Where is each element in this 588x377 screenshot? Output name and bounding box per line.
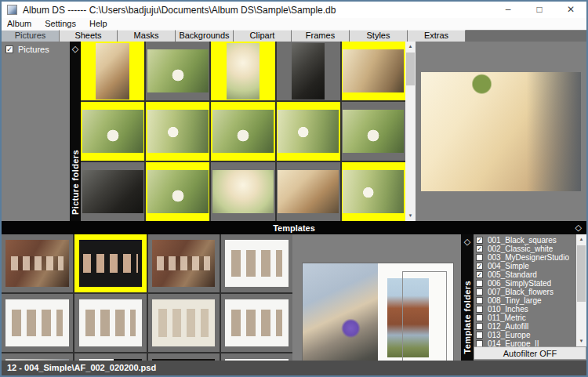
template-folder-checkbox[interactable] (476, 288, 483, 295)
template-folder-row-2[interactable]: ✓002_Classic_white (476, 245, 575, 253)
template-thumb-3[interactable] (148, 234, 220, 292)
picture-thumb-1[interactable] (81, 42, 144, 100)
pictures-folder-row[interactable]: ✓ Pictures (5, 45, 70, 54)
template-folder-label: 005_Standard (488, 270, 537, 279)
picture-thumb-3[interactable] (211, 42, 274, 100)
tab-sheets[interactable]: Sheets (60, 30, 118, 42)
template-folders-list: ✓001_Black_squares✓002_Classic_white003_… (474, 234, 586, 346)
template-thumb-7[interactable] (148, 294, 220, 352)
title-bar: Album DS ------ C:\Users\badjuju\Documen… (2, 2, 586, 18)
template-folder-row-5[interactable]: ✓005_Standard (476, 270, 575, 279)
template-folder-checkbox[interactable] (476, 332, 483, 339)
window-controls: –□✕ (492, 2, 586, 18)
picture-thumb-10[interactable] (342, 102, 405, 161)
template-thumb-8[interactable] (221, 294, 292, 352)
picture-thumb-12[interactable] (146, 162, 209, 221)
picture-thumb-14[interactable] (277, 162, 340, 221)
template-folder-label: 011_Metric (488, 314, 526, 322)
template-thumb-5[interactable] (2, 294, 73, 352)
tab-styles[interactable]: Styles (350, 30, 408, 42)
template-thumb-1[interactable] (2, 234, 73, 292)
template-folder-checkbox[interactable]: ✓ (476, 263, 483, 270)
template-folder-checkbox[interactable] (476, 314, 483, 321)
picture-thumb-2[interactable] (146, 42, 209, 100)
template-folder-row-11[interactable]: 012_Autofill (476, 322, 575, 331)
template-folder-checkbox[interactable]: ✓ (476, 245, 483, 252)
template-folder-row-9[interactable]: 010_Inches (476, 305, 575, 314)
template-folder-checkbox[interactable] (476, 297, 483, 304)
template-thumb-10[interactable] (74, 353, 146, 361)
tab-clipart[interactable]: Clipart (234, 30, 292, 42)
template-thumb-9[interactable] (2, 353, 73, 361)
template-folder-row-8[interactable]: 008_Tiny_large (476, 296, 575, 305)
tab-pictures[interactable]: Pictures (2, 30, 60, 42)
template-folder-label: 008_Tiny_large (488, 296, 542, 305)
template-list-scrollbar[interactable]: ▲ ▼ (576, 234, 586, 346)
status-bar: 12 - 004_Simple\AF_002_020200.psd (2, 361, 586, 375)
picture-thumb-7[interactable] (146, 102, 209, 161)
photo-thumbnail (147, 110, 209, 154)
template-folders-strip[interactable]: ◇ Template folders (461, 234, 474, 361)
scroll-down-icon[interactable]: ▼ (405, 211, 416, 221)
template-folder-row-7[interactable]: 007_Black_flowers (476, 288, 575, 296)
template-folder-checkbox[interactable] (476, 306, 483, 313)
photo-thumbnail (343, 49, 404, 93)
template-folder-checkbox[interactable]: ✓ (476, 271, 483, 278)
picture-thumb-6[interactable] (81, 102, 144, 161)
template-folder-row-6[interactable]: 006_SimplyStated (476, 279, 575, 288)
scrollbar-thumb[interactable] (577, 245, 586, 302)
template-folder-row-4[interactable]: ✓004_Simple (476, 262, 575, 270)
template-thumb-6[interactable] (74, 294, 146, 352)
template-thumb-4[interactable] (221, 234, 292, 292)
picture-thumb-11[interactable] (81, 162, 144, 221)
minimize-button[interactable]: – (492, 2, 524, 18)
pictures-checkbox[interactable]: ✓ (5, 45, 13, 53)
menu-bar: AlbumSettingsHelp (2, 18, 586, 30)
scroll-up-icon[interactable]: ▲ (405, 42, 416, 52)
check-icon: ✓ (6, 45, 13, 53)
close-button[interactable]: ✕ (555, 2, 586, 18)
template-folder-row-10[interactable]: 011_Metric (476, 314, 575, 322)
template-preview-photo (303, 263, 378, 361)
template-thumb-12[interactable] (221, 353, 292, 361)
tab-backgrounds[interactable]: Backgrounds (176, 30, 234, 42)
template-thumb-11[interactable] (148, 353, 220, 361)
maximize-button[interactable]: □ (524, 2, 555, 18)
picture-thumb-9[interactable] (277, 102, 340, 161)
picture-thumb-13[interactable] (211, 162, 274, 221)
tab-extras[interactable]: Extras (408, 30, 466, 42)
template-folder-checkbox[interactable]: ✓ (476, 237, 483, 244)
template-collapse-diamond-icon[interactable]: ◇ (464, 237, 470, 246)
template-folder-row-1[interactable]: ✓001_Black_squares (476, 236, 575, 245)
scroll-up-icon[interactable]: ▲ (576, 234, 586, 245)
template-folder-checkbox[interactable] (476, 280, 483, 287)
template-folder-checkbox[interactable] (476, 254, 483, 261)
template-folder-checkbox[interactable] (476, 323, 483, 330)
tab-masks[interactable]: Masks (118, 30, 176, 42)
menu-help[interactable]: Help (89, 18, 107, 30)
template-folder-row-3[interactable]: 003_MyDesignerStudio (476, 253, 575, 262)
picture-thumb-5[interactable] (342, 42, 405, 100)
tab-frames[interactable]: Frames (292, 30, 350, 42)
scrollbar-thumb[interactable] (406, 53, 415, 85)
autofilter-button[interactable]: Autofilter OFF (474, 346, 586, 360)
picture-folders-strip[interactable]: ◇ Picture folders (70, 42, 81, 221)
picture-grid-scrollbar[interactable]: ▲ ▼ (405, 42, 416, 221)
template-folder-row-13[interactable]: 014_Europe_II (476, 339, 575, 346)
tabbar-filler (466, 30, 586, 42)
picture-thumb-8[interactable] (211, 102, 274, 161)
menu-settings[interactable]: Settings (45, 18, 76, 30)
template-spread-preview (225, 299, 288, 346)
templates-collapse-diamond-icon[interactable]: ◇ (575, 223, 582, 232)
picture-thumb-15[interactable] (342, 162, 405, 221)
template-thumb-2[interactable] (74, 234, 146, 292)
template-folder-checkbox[interactable] (476, 340, 483, 346)
collapse-diamond-icon[interactable]: ◇ (72, 44, 78, 53)
photo-thumbnail (278, 170, 339, 214)
menu-album[interactable]: Album (7, 18, 31, 30)
scroll-down-icon[interactable]: ▼ (576, 336, 586, 346)
template-folder-label: 001_Black_squares (488, 236, 557, 245)
template-folder-row-12[interactable]: 013_Europe (476, 331, 575, 339)
template-preview-spread (303, 263, 453, 361)
picture-thumb-4[interactable] (277, 42, 340, 100)
